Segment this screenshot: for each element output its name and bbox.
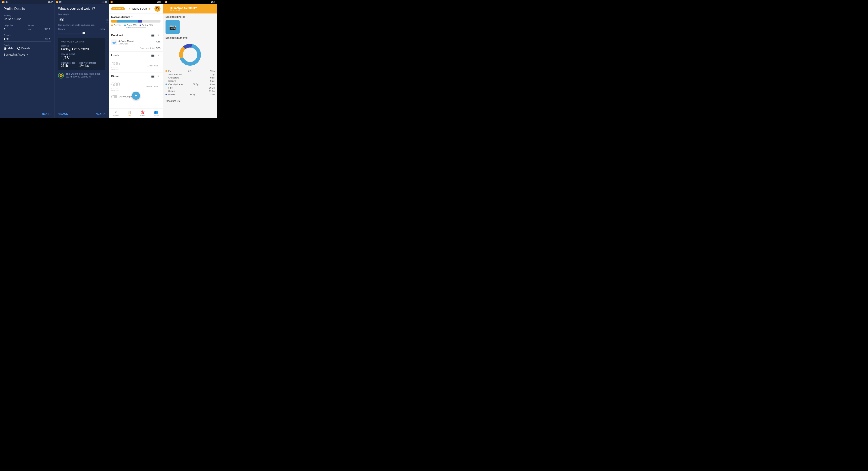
height-inches-field[interactable]: 10 ft/in ▼ [28, 27, 51, 32]
fat-percentage: 19% [209, 70, 215, 72]
dinner-add-button[interactable]: + [156, 74, 160, 78]
nutrients-divider-2 [165, 98, 215, 98]
protein-amount: 10.7g [189, 93, 195, 96]
next-day-button[interactable]: ► [149, 7, 151, 10]
cholesterol-label: Cholesterol [168, 77, 180, 79]
gender-female-option[interactable]: Female [17, 47, 30, 50]
nav-my-day-label: My Day [113, 115, 119, 117]
goals-icon: 🎯 [141, 110, 145, 114]
social-icon: 👥 [154, 110, 158, 114]
done-logging-toggle[interactable] [111, 95, 117, 98]
status-signal: 📶 64K [2, 1, 8, 3]
dinner-icons: 📷 + [151, 74, 160, 78]
sugars-amount: 11.5g [209, 90, 215, 92]
macro-bar [111, 20, 160, 23]
height-feet-value: 5 [4, 27, 26, 30]
height-feet-field[interactable]: 5 [4, 27, 26, 32]
height-inches-label: inches [28, 24, 51, 27]
status-bar-panel1: 📶 64K 13:57 [0, 0, 54, 4]
carbs-label: Carbs [126, 24, 132, 26]
next-button[interactable]: NEXT › [42, 112, 51, 115]
dinner-camera-button[interactable]: 📷 [151, 74, 155, 78]
birthday-label: Birthday [4, 14, 51, 17]
indicator-7 [138, 27, 140, 28]
lunch-camera-button[interactable]: 📷 [151, 53, 155, 57]
back-button[interactable]: < BACK [58, 112, 68, 115]
toggle-thumb [112, 95, 114, 98]
goal-weight-sub-label: Goal Weight [58, 13, 105, 16]
status-bar-panel3: 📶 13:58 [109, 0, 163, 4]
lunch-total-row: Lunch Total -- [147, 64, 160, 67]
pounds-unit-dropdown[interactable]: lbs ▼ [45, 37, 51, 40]
speed-description: How quickly you'd like to reach your goa… [58, 24, 105, 26]
speed-slider[interactable] [58, 31, 105, 35]
pounds-field[interactable]: 176 lbs ▼ [4, 37, 51, 42]
sodium-row: Sodium 0mg [165, 79, 215, 83]
protein-label: Protein [142, 24, 148, 26]
breakfast-total-value: 363 [156, 47, 160, 50]
fat-bar [111, 20, 117, 23]
slower-label: Slower [58, 28, 65, 30]
fat-nutrient-row: Fat 7.2g 19% [165, 69, 215, 73]
dinner-calories-available: 680 CaloriesAvailable Dinner Total -- [109, 80, 163, 93]
fat-legend: Fat 19% [111, 24, 121, 26]
food-item-muesli[interactable]: 🥣 6 Grain Muesli 100 Grams 363 [109, 39, 163, 46]
lunch-avail-label: CaloriesAvailable [111, 67, 120, 71]
add-photo-button[interactable]: 📷 [165, 20, 180, 34]
gender-male-option[interactable]: Male [4, 47, 13, 50]
next-button-2[interactable]: NEXT > [96, 112, 105, 115]
status-time: 13:57 [48, 1, 53, 3]
prev-day-button[interactable]: ◄ [128, 7, 131, 10]
lunch-icons: 📷 + [151, 53, 160, 57]
avatar[interactable]: 🧑 [154, 6, 160, 12]
current-date: Mon, 8 Jun [132, 7, 147, 10]
activity-dropdown[interactable]: Somewhat Active ▼ [4, 53, 51, 58]
nav-log[interactable]: 📋 Log [122, 109, 136, 118]
nav-goals[interactable]: 🎯 Goals [136, 109, 149, 118]
status-time-4: 14:15 [211, 1, 215, 3]
nav-goals-label: Goals [140, 115, 145, 117]
breakfast-summary-header: ← Breakfast Summary Mon, Jun 8 ⋮ [163, 4, 217, 13]
empty-bar [142, 20, 160, 23]
add-food-fab[interactable]: + [132, 92, 140, 100]
lunch-total-label: Lunch Total [147, 64, 158, 67]
breakfast-camera-button[interactable]: 📷 [151, 33, 155, 37]
pounds-label: Pounds [4, 34, 51, 36]
carbs-dot [124, 25, 126, 26]
carbs-percentage: 69% [209, 83, 215, 86]
bottom-navigation: ☀ My Day 📋 Log 🎯 Goals 👥 Social [109, 109, 163, 118]
gender-male-label: Male [8, 47, 13, 50]
goal-date-label: goal date [61, 45, 102, 47]
cholesterol-amount: 0mg [210, 77, 215, 79]
nav-social[interactable]: 👥 Social [149, 109, 163, 118]
carbs-nutrient-label: Carbohydrates [168, 83, 183, 86]
lunch-add-button[interactable]: + [156, 53, 160, 57]
status-signal-4: 📶 [165, 1, 167, 3]
plan-box-title: Your Weight Loss Plan [61, 40, 102, 43]
food-info-muesli: 6 Grain Muesli 100 Grams [119, 40, 154, 45]
premium-badge[interactable]: GO PREMIUM [111, 7, 125, 10]
slider-fill [58, 33, 84, 33]
back-arrow-button[interactable]: ← [165, 7, 169, 11]
breakfast-add-button[interactable]: + [156, 33, 160, 37]
gender-male-radio[interactable] [4, 47, 6, 50]
profile-details-panel: 📶 64K 13:57 Profile Details Birthday 22 … [0, 0, 54, 118]
weekly-loss-value: 1½ lbs [79, 64, 96, 68]
gender-female-radio[interactable] [17, 47, 20, 50]
birthday-value: 22 Sep 1982 [4, 17, 51, 22]
indicator-2 [128, 27, 129, 28]
goal-weight-input[interactable] [58, 18, 105, 23]
header-menu-button[interactable]: ⋮ [211, 7, 215, 11]
height-unit-dropdown[interactable]: ft/in ▼ [44, 28, 51, 30]
pounds-value: 176 [4, 37, 44, 40]
fat-amount: 7.2g [188, 70, 192, 72]
weekly-loss-label: weekly weight loss [79, 62, 96, 64]
my-day-icon: ☀ [114, 110, 117, 114]
dinner-total-value: -- [159, 85, 160, 88]
protein-pct: 13% [149, 24, 153, 26]
breakfast-header: Breakfast 📷 + [109, 31, 163, 39]
pounds-unit-label: lbs [45, 37, 48, 40]
indicator-3 [130, 27, 131, 28]
status-bar-panel4: 📶 14:15 [163, 0, 217, 4]
nav-my-day[interactable]: ☀ My Day [109, 109, 122, 118]
